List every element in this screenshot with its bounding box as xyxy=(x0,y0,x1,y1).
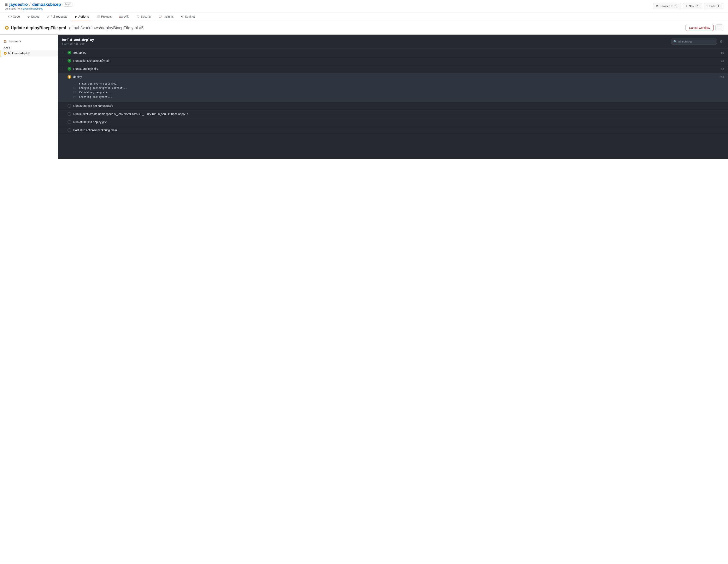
step-time: 4s xyxy=(721,67,724,70)
log-step-set-up-job[interactable]: › Set up job 8s xyxy=(58,49,728,57)
line-text: Changing subscription context... xyxy=(79,86,127,90)
tab-insights[interactable]: 📈 Insights xyxy=(155,12,177,21)
generated-from: generated from jaydestro/aksbicep xyxy=(5,7,73,10)
step-time: 1s xyxy=(721,59,724,62)
repo-title: ⊞ jaydestro / demoaksbicep Public xyxy=(5,2,73,7)
line-text: ▶ Run azure/arm-deploy@v1 xyxy=(79,82,117,86)
workflow-path: .github/workflows/deployBicepFile.yml #5 xyxy=(68,25,144,30)
log-step-kubectl[interactable]: Run kubectl create namespace ${{ env.NAM… xyxy=(58,110,728,118)
wiki-icon: 📖 xyxy=(119,15,123,18)
log-step-aks-context[interactable]: Run azure/aks-set-context@v1 xyxy=(58,102,728,110)
step-status-running-icon xyxy=(67,75,71,79)
repo-type-icon: ⊞ xyxy=(5,2,8,6)
log-title: build-and-deploy xyxy=(62,38,94,42)
step-status-pending-icon xyxy=(67,128,71,132)
step-name: Set up job xyxy=(73,51,719,54)
issues-icon: ⊙ xyxy=(27,15,30,18)
chevron-right-icon: › xyxy=(62,59,65,62)
step-name: Run azure/login@v1 xyxy=(73,67,719,70)
step-status-success-icon xyxy=(67,59,71,63)
workflow-title-area: Update deployBicepFile.yml .github/workf… xyxy=(5,25,143,30)
line-text: Creating deployment... xyxy=(79,95,112,99)
top-bar: ⊞ jaydestro / demoaksbicep Public genera… xyxy=(0,0,728,12)
log-step-k8s-deploy[interactable]: Run azure/k8s-deploy@v1 xyxy=(58,118,728,126)
repo-name[interactable]: demoaksbicep xyxy=(32,2,61,7)
log-line: 1 ▶ Run azure/arm-deploy@v1 xyxy=(71,82,724,86)
step-status-pending-icon xyxy=(67,112,71,116)
step-time: 8s xyxy=(721,51,724,54)
tab-wiki[interactable]: 📖 Wiki xyxy=(116,12,133,21)
workflow-status-spinner xyxy=(5,26,9,30)
pr-icon: ⇄ xyxy=(47,15,49,18)
workflow-title: Update deployBicepFile.yml xyxy=(11,25,66,30)
log-step-deploy-header[interactable]: deploy 29s xyxy=(58,73,728,81)
search-logs-input[interactable] xyxy=(671,39,717,45)
log-step-checkout[interactable]: › Run actions/checkout@main 1s xyxy=(58,57,728,65)
step-name: Run azure/k8s-deploy@v1 xyxy=(73,120,724,124)
step-name: Post Run actions/checkout@main xyxy=(73,128,724,132)
tab-pull-requests[interactable]: ⇄ Pull requests xyxy=(43,12,71,21)
step-name: Run actions/checkout@main xyxy=(73,59,719,62)
log-line: 18 Validating template... xyxy=(71,90,724,95)
log-step-deploy: deploy 29s 1 ▶ Run azure/arm-deploy@v1 1… xyxy=(58,73,728,102)
step-name: Run kubectl create namespace ${{ env.NAM… xyxy=(73,112,724,116)
generated-from-link[interactable]: jaydestro/aksbicep xyxy=(23,7,43,10)
search-icon: 🔍 xyxy=(673,40,677,43)
sidebar: 🏠 Summary Jobs build-and-deploy xyxy=(0,35,58,159)
line-number: 19 xyxy=(71,95,76,99)
log-line: 16 Changing subscription context... xyxy=(71,86,724,90)
unwatch-count: 1 xyxy=(674,4,678,8)
tab-security[interactable]: 🛡 Security xyxy=(134,12,155,21)
tab-issues[interactable]: ⊙ Issues xyxy=(24,12,43,21)
line-text: Validating template... xyxy=(79,90,112,94)
step-status-pending-icon xyxy=(67,104,71,108)
log-output: 1 ▶ Run azure/arm-deploy@v1 16 Changing … xyxy=(58,81,728,102)
insights-icon: 📈 xyxy=(159,15,162,18)
nav-tabs: <> Code ⊙ Issues ⇄ Pull requests ▶ Actio… xyxy=(0,12,728,21)
jobs-label: Jobs xyxy=(0,45,58,50)
summary-label: Summary xyxy=(8,40,21,43)
top-actions: 👁 Unwatch ▾ 1 ☆ Star 0 ⑂ Fork 0 xyxy=(653,3,723,9)
line-number: 18 xyxy=(71,90,76,94)
chevron-down-icon: ▾ xyxy=(671,5,673,8)
fork-count: 0 xyxy=(716,4,720,8)
log-header: build-and-deploy Started 42s ago 🔍 ⚙ xyxy=(58,35,728,49)
star-count: 0 xyxy=(695,4,700,8)
search-input-wrap: 🔍 xyxy=(671,39,717,45)
log-settings-button[interactable]: ⚙ xyxy=(718,38,724,45)
unwatch-button[interactable]: 👁 Unwatch ▾ 1 xyxy=(653,3,681,9)
chevron-right-icon: › xyxy=(62,67,65,70)
content-layout: 🏠 Summary Jobs build-and-deploy build-an… xyxy=(0,35,728,159)
sidebar-job-build-and-deploy[interactable]: build-and-deploy xyxy=(0,50,58,57)
repo-separator: / xyxy=(29,2,31,7)
cancel-workflow-button[interactable]: Cancel workflow xyxy=(686,25,714,31)
tab-projects[interactable]: ⬜ Projects xyxy=(93,12,115,21)
chevron-right-icon: › xyxy=(62,51,65,54)
log-step-post-checkout[interactable]: Post Run actions/checkout@main xyxy=(58,126,728,134)
log-steps: › Set up job 8s › Run actions/checkout@m… xyxy=(58,49,728,134)
tab-actions[interactable]: ▶ Actions xyxy=(71,12,92,21)
star-button[interactable]: ☆ Star 0 xyxy=(683,3,702,9)
log-line: 19 Creating deployment... xyxy=(71,95,724,99)
step-status-success-icon xyxy=(67,51,71,54)
workflow-header-actions: Cancel workflow ··· xyxy=(686,24,723,31)
public-badge: Public xyxy=(63,2,73,7)
tab-code[interactable]: <> Code xyxy=(5,12,23,21)
fork-button[interactable]: ⑂ Fork 0 xyxy=(704,3,723,9)
sidebar-summary-item[interactable]: 🏠 Summary xyxy=(0,38,58,45)
log-header-right: 🔍 ⚙ xyxy=(671,38,724,45)
code-icon: <> xyxy=(8,15,12,18)
home-icon: 🏠 xyxy=(3,40,7,43)
tab-settings[interactable]: ⚙ Settings xyxy=(178,12,199,21)
job-name: build-and-deploy xyxy=(8,52,30,55)
repo-info: ⊞ jaydestro / demoaksbicep Public genera… xyxy=(5,2,73,10)
repo-owner[interactable]: jaydestro xyxy=(9,2,28,7)
job-status-icon xyxy=(4,52,7,55)
workflow-header: Update deployBicepFile.yml .github/workf… xyxy=(0,21,728,35)
log-step-azure-login[interactable]: › Run azure/login@v1 4s xyxy=(58,65,728,73)
fork-icon: ⑂ xyxy=(706,5,708,8)
step-status-success-icon xyxy=(67,67,71,71)
more-options-button[interactable]: ··· xyxy=(715,24,723,31)
security-icon: 🛡 xyxy=(137,15,140,18)
log-area: build-and-deploy Started 42s ago 🔍 ⚙ › xyxy=(58,35,728,159)
